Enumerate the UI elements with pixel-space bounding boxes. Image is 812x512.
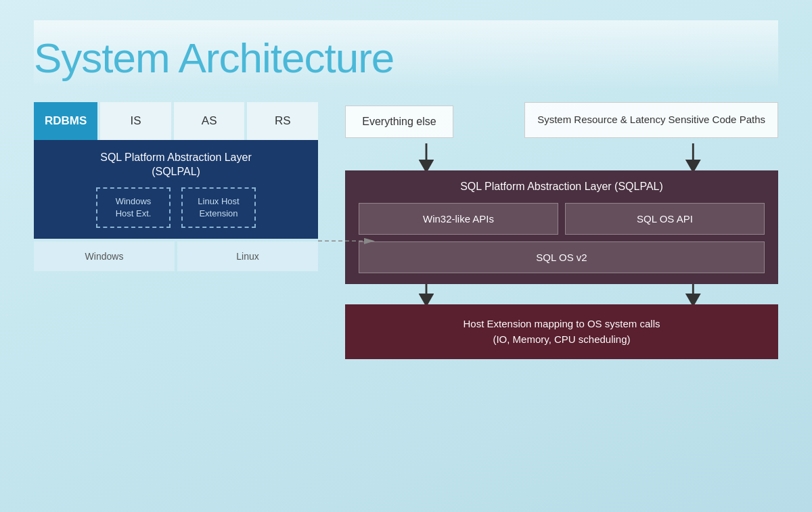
title-area: System Architecture — [34, 20, 778, 89]
top-boxes: RDBMS IS AS RS — [34, 102, 318, 140]
sqlos-api-box: SQL OS API — [565, 203, 765, 235]
arrow-spacer — [345, 143, 778, 170]
box-windows: Windows — [34, 241, 175, 271]
slide-title: System Architecture — [34, 34, 778, 82]
sqlpal-left: SQL Platform Abstraction Layer(SQLPAL) W… — [34, 140, 318, 239]
bottom-arrow-svg — [345, 284, 778, 304]
sqlpal-right: SQL Platform Abstraction Layer (SQLPAL) … — [345, 170, 778, 285]
box-as: AS — [174, 102, 245, 140]
full-diagram: RDBMS IS AS RS SQL Platform Abstraction … — [34, 102, 778, 359]
box-linux: Linux — [177, 241, 318, 271]
right-wrapper: Everything else System Resource & Latenc… — [345, 102, 778, 359]
host-ext-bar: Host Extension mapping to OS system call… — [345, 304, 778, 359]
slide-container: System Architecture RDBMS — [0, 0, 812, 512]
sqlpal-left-title: SQL Platform Abstraction Layer(SQLPAL) — [47, 151, 304, 179]
os-boxes: Windows Linux — [34, 241, 318, 271]
sqlos-v2-box: SQL OS v2 — [359, 241, 765, 273]
sqlpal-right-title: SQL Platform Abstraction Layer (SQLPAL) — [359, 180, 765, 194]
api-boxes-row: Win32-like APIs SQL OS API — [359, 203, 765, 235]
win32-apis-box: Win32-like APIs — [359, 203, 558, 235]
host-ext-boxes: WindowsHost Ext. Linux HostExtension — [47, 187, 304, 228]
linux-host-ext: Linux HostExtension — [181, 187, 256, 228]
left-diagram: RDBMS IS AS RS SQL Platform Abstraction … — [34, 102, 318, 271]
box-is: IS — [100, 102, 171, 140]
callout-resource: System Resource & Latency Sensitive Code… — [524, 102, 778, 138]
callout-everything: Everything else — [345, 106, 453, 138]
arrow-svg — [345, 143, 778, 170]
host-ext-label: Host Extension mapping to OS system call… — [464, 318, 660, 345]
box-rs: RS — [247, 102, 318, 140]
callout-row: Everything else System Resource & Latenc… — [345, 102, 778, 138]
box-rdbms: RDBMS — [34, 102, 97, 140]
windows-host-ext: WindowsHost Ext. — [96, 187, 171, 228]
bottom-arrow-spacer — [345, 284, 778, 304]
